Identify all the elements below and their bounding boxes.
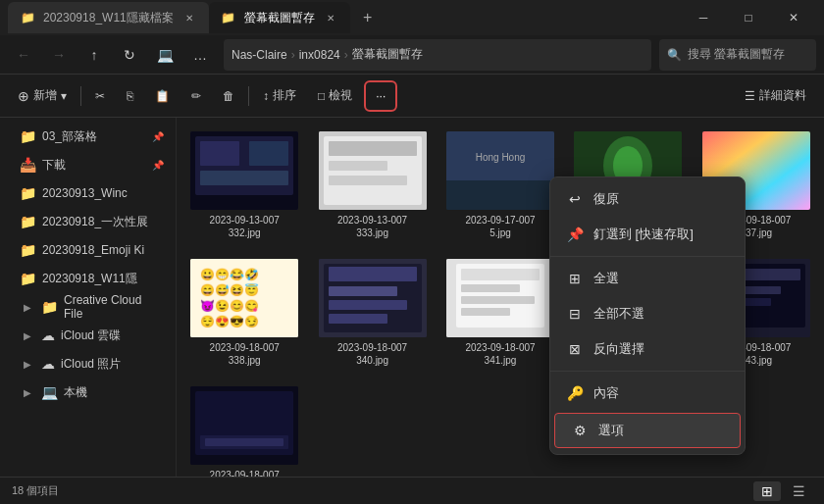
options-icon: ⚙ xyxy=(571,423,589,438)
action-bar: ⊕ 新增 ▾ ✂ ⎘ 📋 ✏ 🗑 ↕ 排序 □ 檢視 ··· ☰ 詳細資料 xyxy=(0,75,824,118)
delete-button[interactable]: 🗑 xyxy=(213,80,244,112)
more-button[interactable]: ··· xyxy=(364,80,397,112)
file-item[interactable]: 😀😁😂🤣 😄😅😆😇 😈😉😊😋 😌😍😎😏 2023-09-18-007338.jp… xyxy=(184,253,304,373)
delete-icon: 🗑 xyxy=(223,89,234,103)
file-thumbnail xyxy=(446,259,554,337)
breadcrumb-nas[interactable]: Nas-Claire xyxy=(232,48,287,62)
menu-pin[interactable]: 📌 釘選到 [快速存取] xyxy=(550,217,745,252)
sidebar-item-win1[interactable]: 📁 20230913_Winc xyxy=(4,179,172,207)
svg-rect-4 xyxy=(200,171,288,185)
tab-1-close[interactable]: ✕ xyxy=(181,10,197,25)
refresh-button[interactable]: ↻ xyxy=(114,39,145,71)
tab-1[interactable]: 📁 20230918_W11隱藏檔案 ✕ xyxy=(8,2,209,33)
cut-button[interactable]: ✂ xyxy=(85,80,115,112)
copy-icon: ⎘ xyxy=(127,89,133,103)
file-item[interactable]: 2023-09-13-007333.jpg xyxy=(312,126,432,245)
content-area: 2023-09-13-007332.jpg 2023-09-13-007333.… xyxy=(177,118,824,477)
copy-button[interactable]: ⎘ xyxy=(117,80,143,112)
file-thumbnail xyxy=(319,259,427,337)
file-name: 2023-09-18-007338.jpg xyxy=(210,341,280,367)
sidebar-label: iCloud 雲碟 xyxy=(61,328,121,344)
breadcrumb-inx[interactable]: inx0824 xyxy=(299,48,340,62)
sidebar-item-cc[interactable]: ▶ 📁 Creative Cloud File xyxy=(4,293,172,321)
paste-button[interactable]: 📋 xyxy=(145,80,180,112)
svg-rect-8 xyxy=(329,161,387,171)
rename-button[interactable]: ✏ xyxy=(181,80,211,112)
breadcrumb-current[interactable]: 螢幕截圖暫存 xyxy=(352,46,423,63)
sidebar-label: 20230913_Winc xyxy=(42,186,128,200)
menu-options[interactable]: ⚙ 選項 xyxy=(554,413,741,448)
sidebar: 📁 03_部落格 📥 下載 📁 20230913_Winc 📁 20230918… xyxy=(0,118,177,477)
back-button[interactable]: ← xyxy=(8,39,39,71)
window-controls: ─ □ ✕ xyxy=(681,2,816,33)
sidebar-item-blog[interactable]: 📁 03_部落格 xyxy=(4,123,172,150)
svg-rect-31 xyxy=(461,269,540,280)
file-thumbnail xyxy=(190,131,298,210)
separator-1 xyxy=(80,86,81,106)
breadcrumb-sep-2: › xyxy=(344,48,348,62)
download-icon: 📥 xyxy=(20,157,36,173)
sidebar-item-download[interactable]: 📥 下載 xyxy=(4,151,172,178)
maximize-button[interactable]: □ xyxy=(726,2,771,33)
sidebar-item-once[interactable]: 📁 20230918_一次性展 xyxy=(4,208,172,235)
sidebar-item-emoji[interactable]: 📁 20230918_Emoji Ki xyxy=(4,236,172,264)
file-item[interactable]: Hong Hong 2023-09-17-0075.jpg xyxy=(440,126,560,245)
address-more-button[interactable]: … xyxy=(184,39,216,71)
menu-selectall-label: 全選 xyxy=(593,270,619,287)
menu-undo-label: 復原 xyxy=(593,190,619,208)
svg-rect-28 xyxy=(329,314,387,324)
folder-icon: 📁 xyxy=(20,214,36,229)
breadcrumb[interactable]: Nas-Claire › inx0824 › 螢幕截圖暫存 xyxy=(224,39,651,71)
menu-invert-sel[interactable]: ⊠ 反向選擇 xyxy=(550,331,745,367)
sidebar-label: 20230918_Emoji Ki xyxy=(42,243,144,257)
menu-pin-label: 釘選到 [快速存取] xyxy=(593,226,694,243)
item-count: 18 個項目 xyxy=(12,483,59,498)
sidebar-item-local[interactable]: ▶ 💻 本機 xyxy=(4,378,172,406)
file-item[interactable]: 2023-09-18-007344.jpg xyxy=(184,380,304,477)
sort-button[interactable]: ↕ 排序 xyxy=(253,80,306,112)
sidebar-label: 下載 xyxy=(42,157,66,174)
folder-icon: 📁 xyxy=(20,242,36,258)
menu-undo[interactable]: ↩ 復原 xyxy=(550,181,745,217)
breadcrumb-sep-1: › xyxy=(291,48,295,62)
menu-separator xyxy=(550,256,745,257)
file-item[interactable]: 2023-09-13-007332.jpg xyxy=(184,126,304,245)
svg-rect-48 xyxy=(205,438,283,446)
search-box[interactable]: 🔍 搜尋 螢幕截圖暫存 xyxy=(659,39,816,71)
title-bar: 📁 20230918_W11隱藏檔案 ✕ 📁 螢幕截圖暫存 ✕ + ─ □ ✕ xyxy=(0,0,824,35)
sidebar-item-icloud2[interactable]: ▶ ☁ iCloud 照片 xyxy=(4,350,172,378)
search-icon: 🔍 xyxy=(667,48,682,62)
menu-select-all[interactable]: ⊞ 全選 xyxy=(550,261,745,296)
tab-2[interactable]: 📁 螢幕截圖暫存 ✕ xyxy=(209,2,350,33)
tab-2-close[interactable]: ✕ xyxy=(323,10,338,25)
svg-rect-7 xyxy=(329,141,417,156)
close-button[interactable]: ✕ xyxy=(771,2,816,33)
file-thumbnail: Hong Hong xyxy=(446,131,554,210)
folder-icon: 📁 xyxy=(20,128,36,144)
pc-icon: 💻 xyxy=(41,384,58,400)
view-button[interactable]: □ 檢視 xyxy=(308,80,362,112)
svg-rect-32 xyxy=(461,284,520,292)
file-item[interactable]: 2023-09-18-007340.jpg xyxy=(312,253,432,373)
expand-icon: ▶ xyxy=(20,299,35,315)
sidebar-item-icloud1[interactable]: ▶ ☁ iCloud 雲碟 xyxy=(4,322,172,349)
list-view-button[interactable]: ☰ xyxy=(785,481,812,501)
details-button[interactable]: ☰ 詳細資料 xyxy=(735,80,816,112)
grid-view-button[interactable]: ⊞ xyxy=(753,481,781,501)
sidebar-item-w11[interactable]: 📁 20230918_W11隱 xyxy=(4,265,172,292)
this-pc-button[interactable]: 💻 xyxy=(149,39,180,71)
up-button[interactable]: ↑ xyxy=(78,39,110,71)
file-name: 2023-09-18-007340.jpg xyxy=(337,341,407,367)
expand-icon: ▶ xyxy=(20,384,35,400)
menu-properties[interactable]: 🔑 內容 xyxy=(550,376,745,411)
new-tab-button[interactable]: + xyxy=(354,4,382,31)
sidebar-label: iCloud 照片 xyxy=(61,356,121,373)
svg-rect-26 xyxy=(329,286,397,296)
forward-button[interactable]: → xyxy=(43,39,75,71)
file-name: 2023-09-18-007341.jpg xyxy=(465,341,535,367)
new-button[interactable]: ⊕ 新增 ▾ xyxy=(8,80,77,112)
search-placeholder: 搜尋 螢幕截圖暫存 xyxy=(688,46,785,63)
file-item[interactable]: 2023-09-18-007341.jpg xyxy=(440,253,560,373)
minimize-button[interactable]: ─ xyxy=(681,2,726,33)
menu-select-none[interactable]: ⊟ 全部不選 xyxy=(550,296,745,331)
